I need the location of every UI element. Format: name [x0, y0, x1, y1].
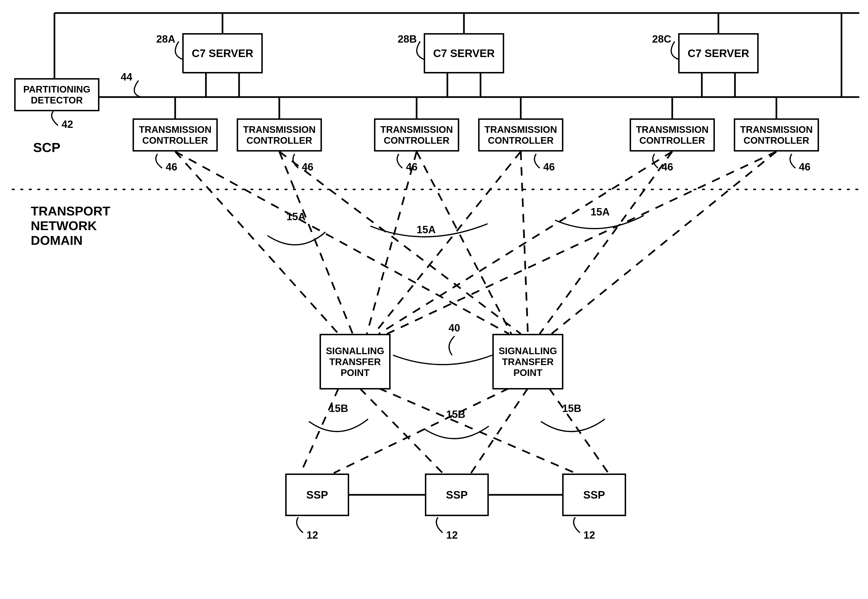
svg-line-21	[175, 152, 509, 334]
svg-line-24	[367, 152, 417, 334]
ref-15b: 15B	[562, 402, 581, 414]
svg-line-35	[334, 388, 509, 473]
ref-12p: 12	[446, 529, 458, 541]
svg-line-32	[301, 388, 338, 473]
c7-server-label: C7 SERVER	[433, 47, 495, 60]
ref-42: 42	[62, 118, 73, 130]
svg-line-27	[521, 152, 528, 334]
svg-line-36	[471, 388, 528, 473]
ref-46: 46	[543, 161, 555, 173]
c7-server-box-b: C7 SERVER	[424, 33, 504, 74]
transmission-controller-label: TRANSMISSION CONTROLLER	[243, 124, 316, 146]
ref-28b: 28B	[398, 33, 417, 45]
partitioning-detector-label: PARTITIONING DETECTOR	[23, 84, 90, 105]
svg-line-23	[279, 152, 521, 334]
scp-region-label: SCP	[33, 140, 60, 155]
transmission-controller-label: TRANSMISSION CONTROLLER	[381, 124, 453, 146]
svg-line-34	[379, 388, 575, 473]
svg-line-37	[549, 388, 608, 473]
scp-architecture-diagram: PARTITIONING DETECTOR C7 SERVER C7 SERVE…	[0, 0, 868, 599]
signalling-transfer-point-box: SIGNALLING TRANSFER POINT	[320, 334, 391, 390]
svg-line-28	[379, 152, 672, 334]
partitioning-detector-box: PARTITIONING DETECTOR	[14, 78, 99, 111]
transmission-controller-label: TRANSMISSION CONTROLLER	[740, 124, 813, 146]
svg-line-33	[360, 388, 443, 473]
transmission-controller-box: TRANSMISSION CONTROLLER	[237, 118, 322, 152]
signalling-transfer-point-box: SIGNALLING TRANSFER POINT	[492, 334, 563, 390]
ref-46: 46	[406, 161, 418, 173]
transmission-controller-box: TRANSMISSION CONTROLLER	[132, 118, 218, 152]
ssp-box: SSP	[562, 474, 626, 516]
ref-15b: 15B	[446, 408, 465, 420]
c7-server-label: C7 SERVER	[687, 47, 749, 60]
transmission-controller-box: TRANSMISSION CONTROLLER	[630, 118, 715, 152]
ref-28c: 28C	[652, 33, 671, 45]
ref-12: 12	[584, 529, 595, 541]
ref-15a: 15A	[591, 206, 610, 218]
stp-label: SIGNALLING TRANSFER POINT	[326, 345, 384, 378]
c7-server-box-c: C7 SERVER	[678, 33, 759, 74]
svg-line-30	[387, 152, 776, 334]
transport-network-domain-label: TRANSPORT NETWORK DOMAIN	[31, 204, 110, 248]
stp-label: SIGNALLING TRANSFER POINT	[499, 345, 557, 378]
ssp-label: SSP	[446, 489, 468, 501]
transmission-controller-box: TRANSMISSION CONTROLLER	[478, 118, 563, 152]
ssp-box: SSP	[285, 474, 349, 516]
ref-40: 40	[448, 322, 460, 334]
ref-12: 12	[307, 529, 318, 541]
transmission-controller-label: TRANSMISSION CONTROLLER	[636, 124, 709, 146]
ssp-label: SSP	[306, 489, 328, 501]
ref-15a: 15A	[417, 224, 436, 236]
ref-28a: 28A	[156, 33, 175, 45]
ref-44: 44	[121, 71, 132, 83]
ssp-label: SSP	[583, 489, 605, 501]
transmission-controller-label: TRANSMISSION CONTROLLER	[139, 124, 212, 146]
c7-server-label: C7 SERVER	[192, 47, 253, 60]
ref-46: 46	[166, 161, 177, 173]
svg-line-31	[552, 152, 776, 334]
ref-46: 46	[302, 161, 313, 173]
transmission-controller-box: TRANSMISSION CONTROLLER	[374, 118, 459, 152]
svg-line-25	[417, 152, 511, 334]
ref-15b: 15B	[329, 402, 348, 414]
ssp-box: SSP	[425, 474, 489, 516]
svg-line-20	[175, 152, 338, 334]
ref-46: 46	[799, 161, 811, 173]
svg-line-26	[374, 152, 521, 334]
transmission-controller-label: TRANSMISSION CONTROLLER	[484, 124, 557, 146]
c7-server-box-a: C7 SERVER	[182, 33, 263, 74]
transmission-controller-box: TRANSMISSION CONTROLLER	[734, 118, 819, 152]
svg-line-29	[540, 152, 672, 334]
svg-line-22	[279, 152, 353, 334]
ref-46: 46	[662, 161, 673, 173]
ref-15a: 15A	[286, 211, 305, 223]
